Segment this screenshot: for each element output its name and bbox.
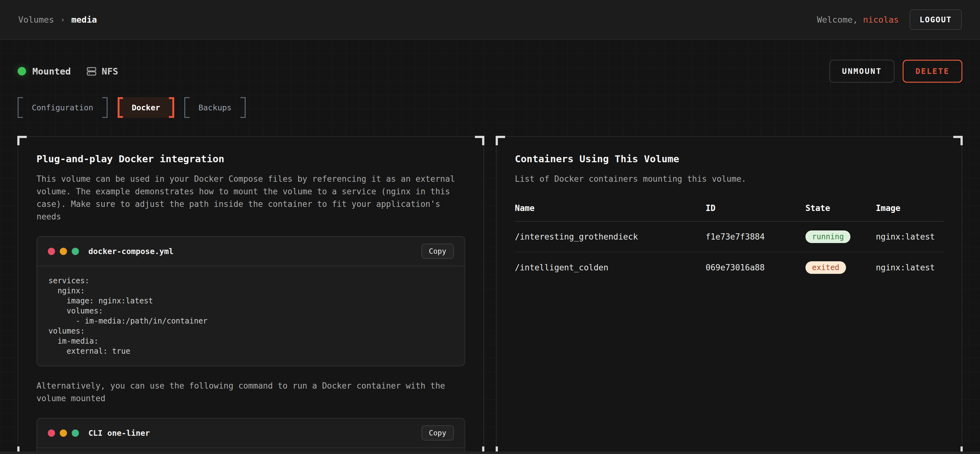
mounted-status-label: Mounted (32, 66, 71, 77)
cli-copy-button[interactable]: Copy (422, 425, 454, 440)
driver-group: NFS (86, 66, 118, 77)
container-id: 069e73016a88 (706, 263, 806, 272)
docker-integration-description: This volume can be used in your Docker C… (37, 173, 461, 223)
tab-docker-label: Docker (123, 97, 169, 118)
tab-docker[interactable]: Docker (118, 97, 174, 118)
driver-label: NFS (102, 66, 118, 77)
container-name: /intelligent_colden (515, 263, 706, 272)
column-header-state: State (805, 203, 876, 213)
username: nicolas (863, 15, 899, 24)
corner-bracket-icon (953, 136, 963, 145)
volume-status-row: Mounted NFS UNMOUNT DELETE (18, 40, 963, 83)
compose-code-body: services: nginx: image: nginx:latest vol… (37, 266, 465, 366)
tab-bracket-left (184, 97, 190, 118)
delete-button[interactable]: DELETE (903, 60, 963, 83)
container-image: nginx:latest (876, 232, 943, 241)
traffic-light-dots-icon (48, 430, 79, 437)
server-icon (86, 66, 97, 77)
main-content: Mounted NFS UNMOUNT DELETE Configuration… (0, 40, 980, 454)
table-header-row: Name ID State Image (515, 203, 943, 222)
container-image: nginx:latest (876, 263, 943, 272)
docker-integration-panel: Plug-and-play Docker integration This vo… (18, 136, 484, 454)
table-row: /intelligent_colden 069e73016a88 exited … (515, 252, 943, 283)
status-badge: running (805, 230, 850, 243)
breadcrumb-volumes-link[interactable]: Volumes (18, 15, 54, 24)
column-header-name: Name (515, 203, 706, 213)
red-dot-icon (48, 248, 55, 255)
docker-integration-title: Plug-and-play Docker integration (37, 153, 465, 164)
container-name: /interesting_grothendieck (515, 232, 706, 241)
status-badge: exited (805, 261, 846, 274)
code-line: - im-media:/path/in/container (48, 316, 453, 326)
corner-bracket-icon (17, 136, 27, 145)
containers-panel-title: Containers Using This Volume (515, 153, 943, 164)
breadcrumb-separator-icon: › (60, 15, 65, 24)
compose-copy-button[interactable]: Copy (422, 244, 454, 259)
green-dot-icon (72, 248, 79, 255)
tab-configuration-label: Configuration (23, 97, 102, 118)
code-line: external: true (48, 346, 453, 356)
compose-code-header: docker-compose.yml Copy (37, 237, 465, 266)
container-state: running (805, 230, 876, 243)
bottom-strip (0, 451, 980, 454)
tab-bracket-right (169, 97, 174, 118)
containers-panel-description: List of Docker containers mounting this … (515, 173, 939, 185)
status-actions: UNMOUNT DELETE (829, 60, 963, 83)
topbar-right: Welcome, nicolas LOGOUT (817, 10, 962, 30)
panels-row: Plug-and-play Docker integration This vo… (18, 136, 963, 454)
tab-bracket-left (118, 97, 123, 118)
code-line: services: (48, 276, 453, 286)
container-state: exited (805, 261, 876, 274)
corner-bracket-icon (496, 136, 505, 145)
containers-table: Name ID State Image /interesting_grothen… (515, 203, 943, 283)
mounted-status-dot-icon (18, 67, 26, 75)
tab-bracket-right (240, 97, 246, 118)
code-line: im-media: (48, 336, 453, 346)
tab-bar: Configuration Docker Backups (18, 97, 963, 118)
cli-intro-text: Alternatively, you can use the following… (37, 379, 461, 405)
corner-bracket-icon (475, 136, 484, 145)
table-row: /interesting_grothendieck f1e73e7f3884 r… (515, 222, 943, 252)
tab-configuration[interactable]: Configuration (18, 97, 108, 118)
containers-panel: Containers Using This Volume List of Doc… (496, 136, 963, 454)
yellow-dot-icon (60, 430, 67, 437)
code-line: image: nginx:latest (48, 296, 453, 306)
welcome-prefix: Welcome, (817, 15, 863, 24)
column-header-image: Image (876, 203, 943, 213)
traffic-light-dots-icon (48, 248, 79, 255)
red-dot-icon (48, 430, 55, 437)
breadcrumb-current-page: media (72, 15, 97, 24)
cli-filename: CLI one-liner (88, 429, 150, 438)
logout-button[interactable]: LOGOUT (910, 10, 962, 30)
green-dot-icon (72, 430, 79, 437)
tab-backups-label: Backups (190, 97, 240, 118)
compose-filename: docker-compose.yml (88, 247, 173, 256)
container-id: f1e73e7f3884 (706, 232, 806, 241)
yellow-dot-icon (60, 248, 67, 255)
tab-bracket-left (18, 97, 23, 118)
column-header-id: ID (706, 203, 806, 213)
welcome-text: Welcome, nicolas (817, 15, 899, 24)
cli-code-header: CLI one-liner Copy (37, 419, 465, 448)
tab-bracket-right (102, 97, 108, 118)
top-bar: Volumes › media Welcome, nicolas LOGOUT (0, 0, 980, 40)
code-line: volumes: (48, 306, 453, 316)
compose-code-block: docker-compose.yml Copy services: nginx:… (37, 236, 465, 366)
breadcrumb: Volumes › media (18, 15, 97, 24)
unmount-button[interactable]: UNMOUNT (829, 60, 894, 83)
cli-code-block: CLI one-liner Copy docker run -v im-medi… (37, 418, 465, 454)
code-line: nginx: (48, 286, 453, 296)
code-line: volumes: (48, 326, 453, 336)
tab-backups[interactable]: Backups (184, 97, 246, 118)
